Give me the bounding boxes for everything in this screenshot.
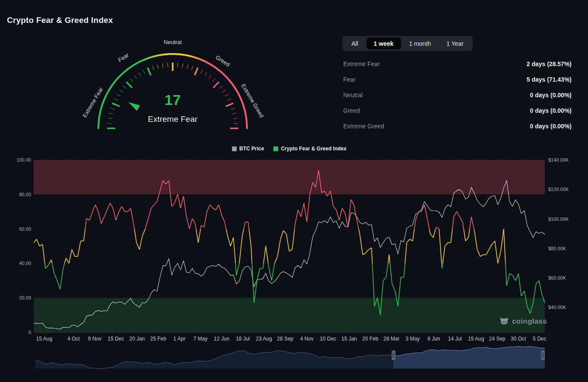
x-axis-label: 12 Jun xyxy=(214,336,229,342)
navigator-handle-left[interactable] xyxy=(392,350,395,360)
x-axis-label: 10 Dec xyxy=(320,336,336,342)
x-axis-label: 9 Nov xyxy=(88,336,101,342)
stat-label: Extreme Fear xyxy=(343,60,380,67)
navigator-selection[interactable] xyxy=(394,345,545,369)
stat-row: Fear5 days (71.43%) xyxy=(343,72,580,87)
y-axis-label-left: 60.00 xyxy=(4,226,31,232)
y-axis-label-left: 100.00 xyxy=(4,157,31,162)
x-axis-label: 23 Aug xyxy=(256,336,272,342)
tab-1-year[interactable]: 1 Year xyxy=(439,38,471,49)
x-axis-label: 15 Jan xyxy=(341,336,357,342)
x-axis-label: 19 Aug xyxy=(468,336,484,342)
y-axis-label-right: $140.00K xyxy=(548,157,569,162)
x-axis-label: 28 Sep xyxy=(277,336,293,342)
x-axis-label: 3 May xyxy=(405,336,420,342)
y-axis-label-right: $40.00K xyxy=(548,305,566,310)
gauge-value: 17 xyxy=(164,92,181,108)
x-axis-label: 15 Aug xyxy=(36,336,52,342)
x-axis-label: 20 Feb xyxy=(362,336,378,342)
x-axis-label: 1 Apr xyxy=(174,336,186,342)
y-axis-label-left: 0 xyxy=(4,330,31,335)
stat-row: Greed0 days (0.00%) xyxy=(343,103,580,118)
stat-row: Neutral0 days (0.00%) xyxy=(343,87,580,103)
y-axis-label-right: $60.00K xyxy=(548,275,566,280)
tab-1-week[interactable]: 1 week xyxy=(367,38,401,49)
x-axis-label: 28 Mar xyxy=(383,336,399,342)
range-tabs: All1 week1 month1 Year xyxy=(342,36,473,51)
legend-swatch xyxy=(274,146,278,151)
stat-label: Fear xyxy=(343,76,356,83)
stat-value: 2 days (28.57%) xyxy=(527,60,580,67)
legend-swatch xyxy=(232,146,237,151)
legend-item[interactable]: BTC Price xyxy=(232,146,264,152)
x-axis-label: 24 Sep xyxy=(489,336,506,342)
x-axis-label: 20 Jan xyxy=(130,336,145,342)
page-title: Crypto Fear & Greed Index xyxy=(7,16,113,25)
y-axis-label-left: 80.00 xyxy=(4,192,31,197)
stat-value: 0 days (0.00%) xyxy=(530,123,580,130)
stat-label: Extreme Greed xyxy=(343,123,384,130)
stat-row: Extreme Greed0 days (0.00%) xyxy=(343,118,580,134)
stat-value: 5 days (71.43%) xyxy=(527,76,580,83)
y-axis-label-right: $80.00K xyxy=(548,246,566,251)
stat-row: Extreme Fear2 days (28.57%) xyxy=(343,56,580,72)
stat-label: Greed xyxy=(343,107,360,114)
x-axis-label: 18 Jul xyxy=(236,336,250,342)
coinglass-logo-icon xyxy=(499,317,509,326)
tab-1-month[interactable]: 1 month xyxy=(402,38,439,49)
y-axis-label-right: $120.00K xyxy=(548,187,569,192)
y-axis-label-right: $100.00K xyxy=(548,216,569,222)
x-axis-label: 15 Dec xyxy=(107,336,124,342)
x-axis-label: 4 Nov xyxy=(300,336,313,342)
crypto-fear-greed-page: Crypto Fear & Greed Index Extreme Fear F… xyxy=(0,0,588,382)
stat-label: Neutral xyxy=(343,92,363,99)
tab-all[interactable]: All xyxy=(344,38,366,49)
gauge-status: Extreme Fear xyxy=(148,115,197,124)
stats-list: Extreme Fear2 days (28.57%)Fear5 days (7… xyxy=(343,56,580,134)
chart-legend: BTC PriceCrypto Fear & Greed Index xyxy=(232,146,346,152)
y-axis-label-left: 20.00 xyxy=(4,295,31,300)
x-axis-label: 7 May xyxy=(193,336,208,342)
gauge-zone-label-neutral: Neutral xyxy=(164,39,182,45)
legend-label: Crypto Fear & Greed Index xyxy=(281,146,347,152)
stat-value: 0 days (0.00%) xyxy=(530,107,580,114)
legend-item[interactable]: Crypto Fear & Greed Index xyxy=(274,146,347,152)
watermark: coinglass xyxy=(499,317,547,326)
watermark-text: coinglass xyxy=(512,317,547,326)
x-axis-label: 14 Jul xyxy=(448,336,462,342)
navigator-handle-right[interactable] xyxy=(541,350,545,360)
x-axis-label: 8 Jun xyxy=(427,336,440,342)
x-axis-label: 25 Feb xyxy=(150,336,166,342)
y-axis-label-left: 40.00 xyxy=(4,261,31,266)
x-axis-label: 5 Dec xyxy=(533,336,546,342)
x-axis-label: 30 Oct xyxy=(511,336,526,342)
stat-value: 0 days (0.00%) xyxy=(530,92,580,99)
x-axis-label: 4 Oct xyxy=(67,336,80,342)
legend-label: BTC Price xyxy=(239,146,264,152)
